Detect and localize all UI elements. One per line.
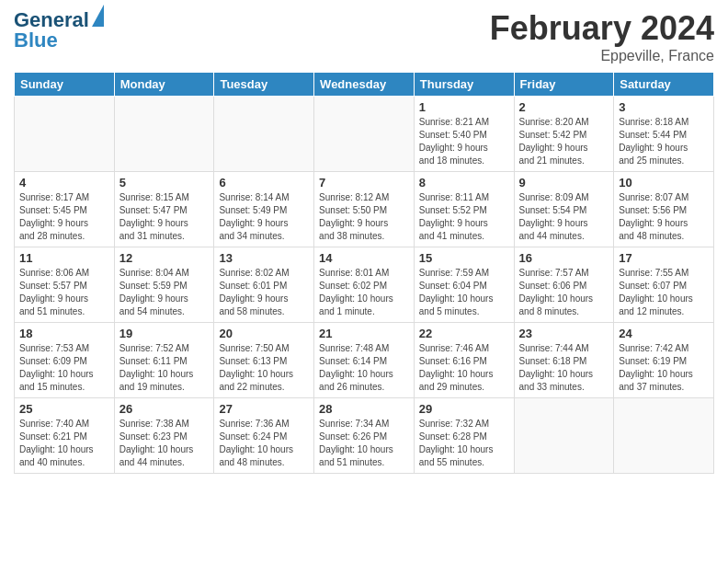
day-info: Sunrise: 8:11 AMSunset: 5:52 PMDaylight:… [419, 191, 509, 243]
day-number: 9 [519, 176, 609, 190]
calendar-cell: 29Sunrise: 7:32 AMSunset: 6:28 PMDayligh… [414, 398, 514, 474]
calendar-subtitle: Eppeville, France [490, 48, 714, 64]
day-info: Sunrise: 7:38 AMSunset: 6:23 PMDaylight:… [119, 418, 210, 469]
weekday-header-row: SundayMondayTuesdayWednesdayThursdayFrid… [15, 73, 714, 97]
weekday-header-sunday: Sunday [15, 73, 115, 97]
title-area: February 2024 Eppeville, France [490, 9, 714, 64]
calendar-cell: 25Sunrise: 7:40 AMSunset: 6:21 PMDayligh… [15, 398, 115, 474]
day-number: 6 [219, 176, 309, 190]
day-number: 28 [319, 402, 409, 416]
logo: General Blue [14, 9, 104, 52]
calendar-cell [614, 398, 714, 474]
calendar-cell: 2Sunrise: 8:20 AMSunset: 5:42 PMDaylight… [514, 97, 614, 172]
calendar-cell: 12Sunrise: 8:04 AMSunset: 5:59 PMDayligh… [114, 247, 214, 323]
day-number: 29 [419, 402, 509, 416]
day-number: 12 [119, 251, 210, 265]
calendar-cell: 10Sunrise: 8:07 AMSunset: 5:56 PMDayligh… [614, 172, 714, 247]
weekday-header-friday: Friday [514, 73, 614, 97]
calendar-cell: 17Sunrise: 7:55 AMSunset: 6:07 PMDayligh… [614, 247, 714, 323]
day-info: Sunrise: 7:52 AMSunset: 6:11 PMDaylight:… [119, 342, 210, 394]
calendar-cell: 19Sunrise: 7:52 AMSunset: 6:11 PMDayligh… [114, 323, 214, 398]
calendar-cell: 3Sunrise: 8:18 AMSunset: 5:44 PMDaylight… [614, 97, 714, 172]
day-number: 3 [619, 100, 709, 114]
day-info: Sunrise: 7:36 AMSunset: 6:24 PMDaylight:… [219, 418, 309, 469]
calendar-cell [514, 398, 614, 474]
week-row-3: 18Sunrise: 7:53 AMSunset: 6:09 PMDayligh… [15, 323, 714, 398]
day-info: Sunrise: 7:40 AMSunset: 6:21 PMDaylight:… [19, 418, 109, 469]
calendar-cell: 1Sunrise: 8:21 AMSunset: 5:40 PMDaylight… [414, 97, 514, 172]
day-number: 27 [219, 402, 309, 416]
calendar-cell: 6Sunrise: 8:14 AMSunset: 5:49 PMDaylight… [214, 172, 314, 247]
day-number: 22 [419, 327, 509, 340]
calendar-cell: 16Sunrise: 7:57 AMSunset: 6:06 PMDayligh… [514, 247, 614, 323]
calendar-cell: 5Sunrise: 8:15 AMSunset: 5:47 PMDaylight… [114, 172, 214, 247]
calendar-cell: 8Sunrise: 8:11 AMSunset: 5:52 PMDaylight… [414, 172, 514, 247]
day-number: 19 [119, 327, 210, 340]
day-info: Sunrise: 8:20 AMSunset: 5:42 PMDaylight:… [519, 116, 609, 167]
day-number: 10 [619, 176, 709, 190]
weekday-header-tuesday: Tuesday [214, 73, 314, 97]
day-info: Sunrise: 7:34 AMSunset: 6:26 PMDaylight:… [319, 418, 409, 469]
calendar-cell: 9Sunrise: 8:09 AMSunset: 5:54 PMDaylight… [514, 172, 614, 247]
day-number: 2 [519, 100, 609, 114]
day-number: 16 [519, 251, 609, 265]
day-info: Sunrise: 8:04 AMSunset: 5:59 PMDaylight:… [119, 267, 210, 318]
calendar-cell: 28Sunrise: 7:34 AMSunset: 6:26 PMDayligh… [314, 398, 415, 474]
day-info: Sunrise: 8:06 AMSunset: 5:57 PMDaylight:… [19, 267, 109, 318]
calendar-cell: 7Sunrise: 8:12 AMSunset: 5:50 PMDaylight… [314, 172, 415, 247]
day-number: 25 [19, 402, 109, 416]
day-info: Sunrise: 7:46 AMSunset: 6:16 PMDaylight:… [419, 342, 509, 394]
calendar-cell: 22Sunrise: 7:46 AMSunset: 6:16 PMDayligh… [414, 323, 514, 398]
day-info: Sunrise: 7:55 AMSunset: 6:07 PMDaylight:… [619, 267, 709, 318]
day-info: Sunrise: 8:09 AMSunset: 5:54 PMDaylight:… [519, 191, 609, 243]
week-row-1: 4Sunrise: 8:17 AMSunset: 5:45 PMDaylight… [15, 172, 714, 247]
calendar-title: February 2024 [490, 9, 714, 48]
calendar-cell: 11Sunrise: 8:06 AMSunset: 5:57 PMDayligh… [15, 247, 115, 323]
calendar-cell: 20Sunrise: 7:50 AMSunset: 6:13 PMDayligh… [214, 323, 314, 398]
day-info: Sunrise: 7:42 AMSunset: 6:19 PMDaylight:… [619, 342, 709, 394]
calendar-container: General Blue February 2024 Eppeville, Fr… [0, 0, 728, 483]
day-info: Sunrise: 7:59 AMSunset: 6:04 PMDaylight:… [419, 267, 509, 318]
weekday-header-monday: Monday [114, 73, 214, 97]
day-number: 14 [319, 251, 409, 265]
header: General Blue February 2024 Eppeville, Fr… [14, 9, 714, 64]
day-number: 24 [619, 327, 709, 340]
day-info: Sunrise: 8:14 AMSunset: 5:49 PMDaylight:… [219, 191, 309, 243]
day-info: Sunrise: 8:02 AMSunset: 6:01 PMDaylight:… [219, 267, 309, 318]
day-number: 5 [119, 176, 210, 190]
day-info: Sunrise: 7:48 AMSunset: 6:14 PMDaylight:… [319, 342, 409, 394]
day-info: Sunrise: 8:12 AMSunset: 5:50 PMDaylight:… [319, 191, 409, 243]
day-info: Sunrise: 8:17 AMSunset: 5:45 PMDaylight:… [19, 191, 109, 243]
day-info: Sunrise: 8:01 AMSunset: 6:02 PMDaylight:… [319, 267, 409, 318]
calendar-cell: 26Sunrise: 7:38 AMSunset: 6:23 PMDayligh… [114, 398, 214, 474]
day-number: 17 [619, 251, 709, 265]
calendar-cell [15, 97, 115, 172]
calendar-cell: 21Sunrise: 7:48 AMSunset: 6:14 PMDayligh… [314, 323, 415, 398]
weekday-header-wednesday: Wednesday [314, 73, 415, 97]
day-info: Sunrise: 8:07 AMSunset: 5:56 PMDaylight:… [619, 191, 709, 243]
day-number: 11 [19, 251, 109, 265]
calendar-cell [314, 97, 415, 172]
day-info: Sunrise: 7:32 AMSunset: 6:28 PMDaylight:… [419, 418, 509, 469]
logo-blue-label: Blue [14, 29, 104, 52]
logo-text-area: General Blue [14, 9, 104, 52]
day-number: 8 [419, 176, 509, 190]
day-number: 13 [219, 251, 309, 265]
day-info: Sunrise: 8:18 AMSunset: 5:44 PMDaylight:… [619, 116, 709, 167]
calendar-cell: 4Sunrise: 8:17 AMSunset: 5:45 PMDaylight… [15, 172, 115, 247]
day-number: 20 [219, 327, 309, 340]
calendar-cell [114, 97, 214, 172]
calendar-cell: 14Sunrise: 8:01 AMSunset: 6:02 PMDayligh… [314, 247, 415, 323]
day-number: 1 [419, 100, 509, 114]
day-info: Sunrise: 7:57 AMSunset: 6:06 PMDaylight:… [519, 267, 609, 318]
week-row-2: 11Sunrise: 8:06 AMSunset: 5:57 PMDayligh… [15, 247, 714, 323]
weekday-header-saturday: Saturday [614, 73, 714, 97]
day-info: Sunrise: 8:21 AMSunset: 5:40 PMDaylight:… [419, 116, 509, 167]
day-info: Sunrise: 8:15 AMSunset: 5:47 PMDaylight:… [119, 191, 210, 243]
calendar-cell: 13Sunrise: 8:02 AMSunset: 6:01 PMDayligh… [214, 247, 314, 323]
day-number: 23 [519, 327, 609, 340]
week-row-0: 1Sunrise: 8:21 AMSunset: 5:40 PMDaylight… [15, 97, 714, 172]
day-number: 21 [319, 327, 409, 340]
day-number: 7 [319, 176, 409, 190]
calendar-cell: 24Sunrise: 7:42 AMSunset: 6:19 PMDayligh… [614, 323, 714, 398]
